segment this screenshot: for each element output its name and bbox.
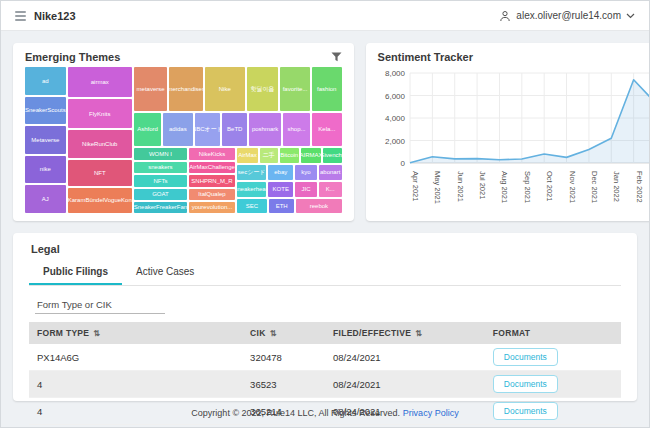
sort-icon[interactable]: ⇅	[270, 329, 277, 338]
treemap-tile[interactable]: FlyKnits	[68, 99, 132, 128]
y-tick-label: 0	[400, 159, 405, 168]
treemap-tile[interactable]: SneakerFreakerFan	[134, 202, 187, 213]
brand: Nike123	[34, 10, 76, 22]
treemap-tile[interactable]: Givenchy	[323, 148, 341, 163]
x-tick-label: Jun 2021	[455, 171, 464, 202]
treemap-tile[interactable]: GOAT	[134, 189, 187, 200]
treemap-tile[interactable]: sneakers	[134, 162, 187, 173]
sentiment-tracker-title: Sentiment Tracker	[378, 51, 473, 63]
treemap-tile[interactable]: airmax	[68, 67, 132, 97]
sentiment-tracker-header: Sentiment Tracker	[378, 51, 650, 63]
page-body: Emerging Themes adSneakerScoutsMetaverse…	[1, 31, 649, 428]
treemap-tile[interactable]: SNHPRN_M_R	[189, 175, 235, 186]
treemap-tile[interactable]: NikeKicks	[189, 148, 235, 160]
treemap-tile[interactable]: favorite...	[280, 67, 310, 111]
top-cards-row: Emerging Themes adSneakerScoutsMetaverse…	[13, 43, 637, 221]
form-type-cell: 4	[29, 371, 242, 398]
menu-icon[interactable]	[15, 11, 26, 21]
column-header-filed-effective[interactable]: FILED/EFFECTIVE⇅	[325, 322, 485, 344]
treemap-tile[interactable]: ETH	[269, 199, 294, 213]
x-tick-label: Sep 2021	[522, 171, 531, 203]
treemap-tile[interactable]: nike	[25, 156, 66, 184]
emerging-themes-header: Emerging Themes	[25, 51, 342, 63]
treemap-tile[interactable]: AIRMAX	[301, 148, 321, 163]
y-tick-label: 4,000	[385, 114, 406, 123]
treemap-tile[interactable]: SEC	[237, 199, 267, 213]
form-type-cik-input[interactable]	[35, 296, 165, 314]
treemap-tile[interactable]: Bitcoin	[280, 148, 299, 163]
treemap-tile[interactable]: Kela...	[312, 113, 341, 146]
treemap-group: WOMN IsneakersNFTsGOATSneakerFreakerFan	[134, 148, 187, 213]
documents-button[interactable]: Documents	[493, 402, 558, 420]
treemap-tile[interactable]: NFT	[68, 160, 132, 186]
treemap-tile[interactable]: NFTs	[134, 175, 187, 186]
treemap-tile[interactable]: ItalQualep	[189, 189, 235, 200]
treemap-group: airmaxFlyKnitsNikeRunClubNFTKaramBündelV…	[68, 67, 132, 213]
treemap-tile[interactable]: secシード	[237, 165, 267, 180]
treemap-group: WOMN IsneakersNFTsGOATSneakerFreakerFanN…	[134, 148, 342, 213]
privacy-policy-link[interactable]: Privacy Policy	[403, 408, 459, 418]
x-tick-label: May 2021	[433, 171, 442, 204]
treemap-tile[interactable]: K...	[319, 182, 342, 197]
treemap-tile[interactable]: metaverse	[134, 67, 168, 111]
treemap-tile[interactable]: fashion	[312, 67, 342, 111]
table-header-row: FORM TYPE⇅CIK⇅FILED/EFFECTIVE⇅FORMAT	[29, 322, 621, 344]
cik-cell: 36523	[242, 371, 325, 398]
y-tick-label: 2,000	[385, 137, 406, 146]
treemap-tile[interactable]: poshmark	[249, 113, 280, 146]
treemap-tile[interactable]: ad	[25, 67, 66, 95]
tab-active-cases[interactable]: Active Cases	[122, 261, 208, 285]
treemap-tile[interactable]: reebok	[296, 199, 341, 213]
user-email: alex.oliver@rule14.com	[516, 10, 621, 21]
filter-icon[interactable]	[331, 52, 342, 62]
x-tick-label: Jul 2021	[478, 171, 487, 199]
user-menu[interactable]: alex.oliver@rule14.com	[499, 10, 635, 22]
column-header-cik[interactable]: CIK⇅	[242, 322, 325, 344]
treemap-tile[interactable]: BeTD	[222, 113, 247, 146]
sort-icon[interactable]: ⇅	[93, 329, 100, 338]
table-row: PX14A6G32047808/24/2021Documents	[29, 344, 621, 371]
emerging-themes-treemap: adSneakerScoutsMetaversenikeAJairmaxFlyK…	[25, 67, 342, 213]
column-header-form-type[interactable]: FORM TYPE⇅	[29, 322, 242, 344]
treemap-tile[interactable]: yourevolution...	[189, 202, 235, 213]
y-tick-label: 6,000	[385, 92, 406, 101]
emerging-themes-title: Emerging Themes	[25, 51, 120, 63]
x-tick-label: Apr 2021	[411, 171, 420, 201]
treemap-tile[interactable]: NBCオート	[195, 113, 220, 146]
treemap-tile[interactable]: 二手	[260, 148, 277, 163]
treemap-tile[interactable]: ebay	[268, 165, 293, 180]
documents-button[interactable]: Documents	[493, 375, 558, 393]
documents-button[interactable]: Documents	[493, 348, 558, 366]
treemap-tile[interactable]: abonart	[319, 165, 342, 180]
sort-icon[interactable]: ⇅	[415, 329, 422, 338]
treemap-tile[interactable]: KaramBündelVogueKon	[68, 188, 132, 213]
treemap-group: adSneakerScoutsMetaversenikeAJ	[25, 67, 66, 213]
emerging-themes-card: Emerging Themes adSneakerScoutsMetaverse…	[13, 43, 354, 221]
treemap-group: sneakerheadKOTEJICK...	[237, 182, 342, 197]
treemap-tile[interactable]: shop...	[283, 113, 310, 146]
treemap-tile[interactable]: AirMaxChallenge	[189, 162, 235, 173]
tab-public-filings[interactable]: Public Filings	[29, 261, 122, 285]
treemap-tile[interactable]: adidas	[163, 113, 192, 146]
window: { "topbar": { "brand": "Nike123", "user_…	[0, 0, 650, 428]
treemap-tile[interactable]: merchandises	[169, 67, 203, 111]
treemap-tile[interactable]: 핫딜이음	[247, 67, 279, 111]
treemap-tile[interactable]: KOTE	[268, 182, 293, 197]
treemap-tile[interactable]: SneakerScouts	[25, 97, 66, 125]
treemap-tile[interactable]: AirMax	[237, 148, 258, 163]
topbar: Nike123 alex.oliver@rule14.com	[1, 1, 649, 31]
format-cell: Documents	[485, 371, 621, 398]
treemap-tile[interactable]: WOMN I	[134, 148, 187, 160]
treemap-group: metaversemerchandisesNike핫딜이음favorite...…	[134, 67, 342, 111]
treemap-tile[interactable]: kyo	[295, 165, 317, 180]
y-tick-label: 8,000	[385, 69, 406, 78]
treemap-tile[interactable]: Metaverse	[25, 126, 66, 154]
treemap-tile[interactable]: Ashford	[134, 113, 161, 146]
treemap-tile[interactable]: NikeRunClub	[68, 130, 132, 158]
treemap-tile[interactable]: JIC	[295, 182, 317, 197]
chevron-down-icon	[626, 12, 635, 19]
treemap-tile[interactable]: sneakerhead	[237, 182, 267, 197]
legal-title: Legal	[31, 243, 621, 255]
treemap-tile[interactable]: AJ	[25, 185, 66, 213]
treemap-tile[interactable]: Nike	[205, 67, 245, 111]
